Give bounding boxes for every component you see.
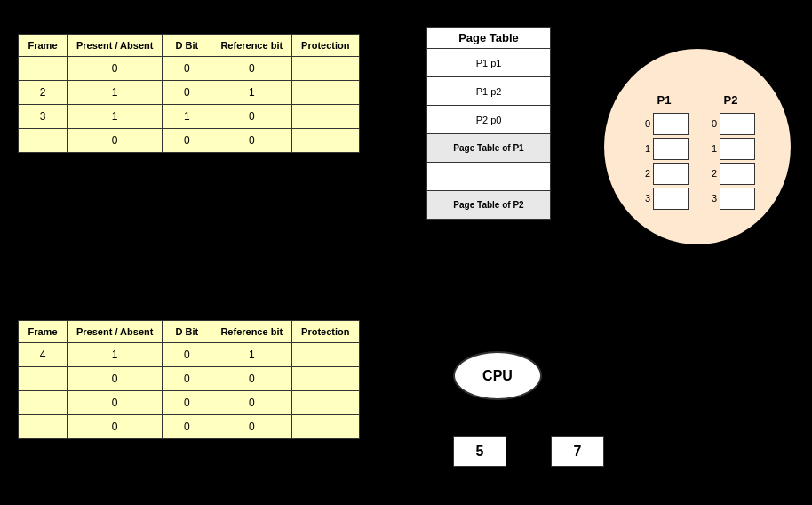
memory-title: Page Table [426,27,551,49]
ram-p1-label: P1 [657,93,672,107]
top-table-row0-col0 [19,57,68,81]
ram-p2-row3: 3 [706,188,755,210]
bot-table-row1-col2: 0 [163,367,211,391]
top-table-row3-col0 [19,129,68,153]
ram-p2-cell3 [720,188,755,210]
bot-table-row1-col1: 0 [68,367,163,391]
ram-p2-cell1 [720,138,755,160]
ram-p1-row2: 2 [640,163,689,185]
ram-p1-index3: 3 [640,193,650,204]
top-table-row2-col1: 1 [68,105,163,129]
col-header-dbit-bot: D Bit [163,321,211,343]
bot-table-row1-col4 [292,367,359,391]
top-page-table: Frame Present / Absent D Bit Reference b… [18,34,360,153]
ram-inner: P1 0 1 2 3 P2 [640,84,755,210]
top-table: Frame Present / Absent D Bit Reference b… [18,34,360,153]
bot-table-row2-col4 [292,391,359,415]
top-table-row1-col0: 2 [19,81,68,105]
bot-table-row0-col0: 4 [19,343,68,367]
bot-table-row1-col0 [19,367,68,391]
bot-table-row3-col0 [19,415,68,439]
ram-p1-cell0 [653,113,689,135]
memory-section: Page TableP1 p1P1 p2P2 p0Page Table of P… [426,27,551,220]
bottom-box-left-value: 5 [476,444,484,460]
ram-p2-index3: 3 [706,193,717,204]
ram-p1-cell2 [653,163,689,185]
top-table-row3-col4 [292,129,359,153]
col-header-present-top: Present / Absent [68,35,163,57]
bot-table-row3-col4 [292,415,359,439]
ram-p2-label: P2 [724,93,738,107]
bot-table-row2-col0 [19,391,68,415]
ram-ellipse: P1 0 1 2 3 P2 [604,49,791,244]
top-table-row2-col2: 1 [163,105,211,129]
ram-p2-index0: 0 [706,118,717,129]
col-header-frame-bot: Frame [19,321,68,343]
top-table-row0-col2: 0 [163,57,211,81]
top-table-row0-col3: 0 [211,57,292,81]
bottom-table: Frame Present / Absent D Bit Reference b… [18,320,360,439]
top-table-row1-col4 [292,81,359,105]
top-table-row1-col1: 1 [68,81,163,105]
cpu-ellipse: CPU [453,351,542,400]
col-header-protection-bot: Protection [292,321,359,343]
ram-p1: P1 0 1 2 3 [640,93,689,210]
col-header-refbit-top: Reference bit [211,35,292,57]
ram-p2-row0: 0 [706,113,755,135]
top-table-row0-col4 [292,57,359,81]
bottom-box-right-value: 7 [574,444,582,460]
mem-block-5: Page Table of P2 [426,191,551,220]
bot-table-row0-col3: 1 [211,343,292,367]
col-header-dbit-top: D Bit [163,35,211,57]
ram-p1-cell3 [653,188,689,210]
ram-p1-index1: 1 [640,143,650,154]
col-header-protection-top: Protection [292,35,359,57]
bottom-box-left: 5 [453,436,506,467]
top-table-row3-col3: 0 [211,129,292,153]
top-table-row1-col2: 0 [163,81,211,105]
ram-p2-row1: 1 [706,138,755,160]
ram-p2: P2 0 1 2 3 [706,93,755,210]
mem-block-4 [426,163,551,191]
col-header-refbit-bot: Reference bit [211,321,292,343]
top-table-row2-col4 [292,105,359,129]
top-table-row3-col2: 0 [163,129,211,153]
mem-block-0: P1 p1 [426,49,551,77]
bot-table-row0-col1: 1 [68,343,163,367]
col-header-present-bot: Present / Absent [68,321,163,343]
ram-p1-row1: 1 [640,138,689,160]
bot-table-row3-col3: 0 [211,415,292,439]
top-table-row3-col1: 0 [68,129,163,153]
mem-block-1: P1 p2 [426,77,551,106]
bot-table-row2-col2: 0 [163,391,211,415]
top-table-row2-col0: 3 [19,105,68,129]
ram-p2-index1: 1 [706,143,717,154]
top-table-row1-col3: 1 [211,81,292,105]
ram-p1-cell1 [653,138,689,160]
bot-table-row1-col3: 0 [211,367,292,391]
bot-table-row3-col1: 0 [68,415,163,439]
ram-p1-row0: 0 [640,113,689,135]
ram-p2-cell0 [720,113,755,135]
bot-table-row0-col2: 0 [163,343,211,367]
bot-table-row2-col3: 0 [211,391,292,415]
bottom-box-right: 7 [551,436,604,467]
bottom-page-table: Frame Present / Absent D Bit Reference b… [18,320,360,439]
ram-p2-cell2 [720,163,755,185]
ram-p1-index2: 2 [640,168,650,179]
col-header-frame-top: Frame [19,35,68,57]
ram-section: P1 0 1 2 3 P2 [604,49,791,244]
ram-p2-index2: 2 [706,168,717,179]
mem-block-3: Page Table of P1 [426,134,551,163]
top-table-row2-col3: 0 [211,105,292,129]
bot-table-row2-col1: 0 [68,391,163,415]
bot-table-row0-col4 [292,343,359,367]
mem-block-2: P2 p0 [426,106,551,134]
bot-table-row3-col2: 0 [163,415,211,439]
top-table-row0-col1: 0 [68,57,163,81]
cpu-label: CPU [482,368,513,384]
ram-p2-row2: 2 [706,163,755,185]
ram-p1-index0: 0 [640,118,650,129]
ram-p1-row3: 3 [640,188,689,210]
